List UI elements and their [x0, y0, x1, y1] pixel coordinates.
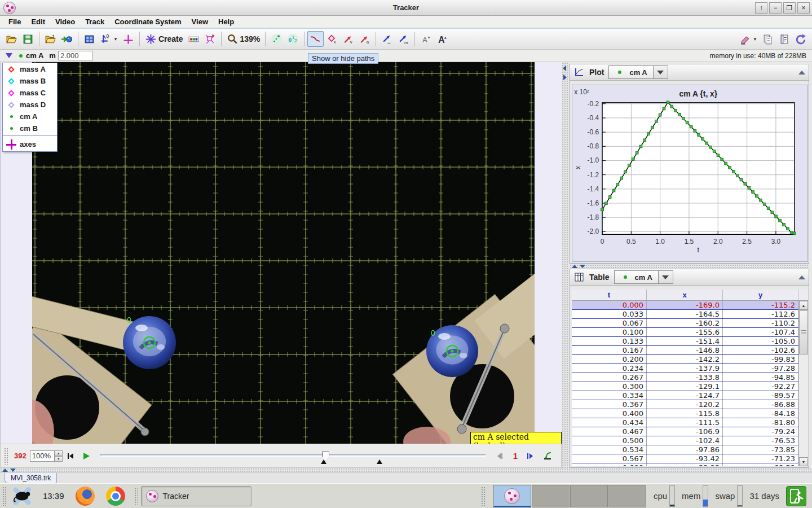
track-item-mass-d[interactable]: mass D — [3, 99, 57, 111]
clip-settings-button[interactable] — [81, 31, 98, 47]
pattern-button[interactable] — [202, 31, 218, 47]
workspace-3[interactable] — [570, 485, 608, 507]
video-canvas[interactable]: 00 — [32, 62, 535, 444]
table-row[interactable]: 0.267-133.8-94.85 — [572, 373, 808, 382]
table-row[interactable]: 0.133-151.4-105.0 — [572, 337, 808, 346]
step-back-button[interactable] — [496, 452, 505, 460]
save-button[interactable] — [20, 31, 36, 47]
chrome-icon[interactable] — [105, 485, 126, 507]
video-zoom-value[interactable]: 100% — [30, 450, 55, 462]
table-row[interactable]: 0.100-155.6-107.4 — [572, 328, 808, 337]
column-header-x[interactable]: x — [647, 290, 723, 300]
taskbar-grip[interactable] — [2, 487, 7, 506]
workspace-1[interactable] — [493, 485, 531, 507]
close-button[interactable]: × — [797, 2, 810, 14]
create-button[interactable]: Create — [143, 31, 186, 47]
column-header-t[interactable]: t — [572, 290, 647, 300]
table-row[interactable]: 0.033-164.5-112.6 — [572, 310, 808, 319]
track-item-mass-a[interactable]: mass A — [3, 63, 57, 75]
vectors-button[interactable]: ↔ — [379, 31, 395, 47]
axes-button[interactable] — [120, 31, 136, 47]
menu-video[interactable]: Video — [50, 16, 80, 27]
plot-chart[interactable]: 00.51.01.52.02.53.0-0.2-0.4-0.6-0.8-1.0-… — [572, 85, 808, 264]
plot-track-dropdown[interactable]: cm A — [608, 65, 668, 79]
workspace-2[interactable] — [532, 485, 570, 507]
copy-button[interactable] — [760, 31, 776, 47]
shade-window-button[interactable]: ↑ — [755, 2, 767, 14]
scroll-up-icon[interactable]: ▲ — [799, 301, 808, 310]
logout-icon[interactable] — [786, 486, 806, 506]
open-library-button[interactable] — [42, 31, 59, 47]
momenta-button[interactable]: m — [395, 31, 412, 47]
in-point-marker[interactable] — [321, 459, 326, 464]
minimize-button[interactable]: − — [769, 2, 782, 14]
table-collapse-icon[interactable] — [798, 275, 805, 279]
positions-button[interactable]: x — [324, 31, 340, 47]
zoom-down-icon[interactable]: ▼ — [55, 456, 63, 462]
menu-edit[interactable]: Edit — [26, 16, 50, 27]
table-track-dropdown-arrow[interactable] — [658, 271, 673, 283]
font-bigger-button[interactable]: A — [434, 31, 451, 47]
out-point-marker[interactable] — [377, 459, 382, 464]
play-button[interactable] — [82, 452, 90, 460]
table-row[interactable]: 0.534-97.86-73.85 — [572, 445, 808, 454]
go-to-start-button[interactable] — [67, 452, 74, 460]
table-track-dropdown[interactable]: cm A — [614, 270, 673, 284]
table-row[interactable]: 0.500-102.4-76.53 — [572, 436, 808, 445]
eraser-dropdown-arrow[interactable]: ▼ — [753, 37, 757, 42]
mass-value-field[interactable] — [58, 51, 93, 60]
frame-numbers-button[interactable]: 012 — [285, 31, 301, 47]
slider-track[interactable] — [100, 454, 486, 457]
menu-track[interactable]: Track — [80, 16, 109, 27]
track-item-cm-b[interactable]: cm B — [3, 122, 57, 134]
notes-button[interactable] — [776, 31, 792, 47]
zoom-up-icon[interactable]: ▲ — [55, 450, 63, 456]
firefox-icon[interactable] — [74, 485, 96, 507]
plot-collapse-icon[interactable] — [798, 71, 805, 75]
refresh-button[interactable] — [792, 31, 809, 47]
velocities-button[interactable]: v — [340, 31, 356, 47]
table-row[interactable]: 0.334-124.7-89.57 — [572, 391, 808, 400]
collapse-left-icon[interactable] — [563, 65, 566, 71]
paths-button[interactable] — [307, 31, 324, 47]
table-row[interactable]: 0.367-120.2-86.88 — [572, 400, 808, 409]
table-row[interactable]: 0.000-169.0-115.2 — [572, 301, 808, 310]
open-button[interactable] — [3, 31, 20, 47]
calibration-button[interactable]: 0▼ — [98, 31, 120, 47]
loop-button[interactable] — [543, 452, 553, 461]
bottom-splitter[interactable] — [0, 468, 812, 472]
vertical-splitter[interactable] — [562, 62, 568, 468]
colors-button[interactable] — [186, 31, 202, 47]
menu-help[interactable]: Help — [213, 16, 239, 27]
import-button[interactable] — [59, 31, 75, 47]
track-item-axes[interactable]: axes — [3, 137, 57, 151]
font-smaller-button[interactable]: A — [418, 31, 434, 47]
video-zoom-spinner[interactable]: 100% ▲ ▼ — [30, 450, 63, 462]
table-row[interactable]: 0.400-115.8-84.18 — [572, 409, 808, 418]
zoom-button[interactable]: 139% — [224, 31, 263, 47]
table-row[interactable]: 0.300-129.1-92.27 — [572, 382, 808, 391]
table-row[interactable]: 0.467-106.9-79.24 — [572, 427, 808, 436]
plot-track-dropdown-arrow[interactable] — [653, 66, 668, 78]
calibration-dropdown-arrow[interactable]: ▼ — [113, 37, 118, 42]
eraser-button[interactable]: ▼ — [737, 31, 760, 47]
step-size[interactable]: 1 — [513, 451, 518, 461]
column-header-y[interactable]: y — [723, 290, 798, 300]
menu-view[interactable]: View — [187, 16, 213, 27]
step-forward-button[interactable] — [526, 452, 535, 460]
track-item-mass-b[interactable]: mass B — [3, 75, 57, 87]
table-row[interactable]: 0.567-93.42-71.23 — [572, 454, 808, 463]
track-item-cm-a[interactable]: cm A — [3, 111, 57, 122]
scroll-down-icon[interactable]: ▼ — [799, 457, 808, 466]
table-row[interactable]: 0.167-146.8-102.6 — [572, 346, 808, 355]
table-row[interactable]: 0.600-88.98-68.59 — [572, 463, 808, 466]
accelerations-button[interactable]: a — [356, 31, 373, 47]
tracker-task-button[interactable]: Tracker — [141, 486, 251, 506]
desktop-menu-icon[interactable] — [11, 485, 33, 507]
trails-button[interactable] — [268, 31, 285, 47]
scrollbar-thumb[interactable] — [799, 310, 808, 354]
workspace-4[interactable] — [608, 485, 646, 507]
table-row[interactable]: 0.200-142.2-99.83 — [572, 355, 808, 364]
expand-right-icon[interactable] — [563, 75, 567, 80]
file-tab[interactable]: MVI_3058.trk — [5, 473, 57, 484]
